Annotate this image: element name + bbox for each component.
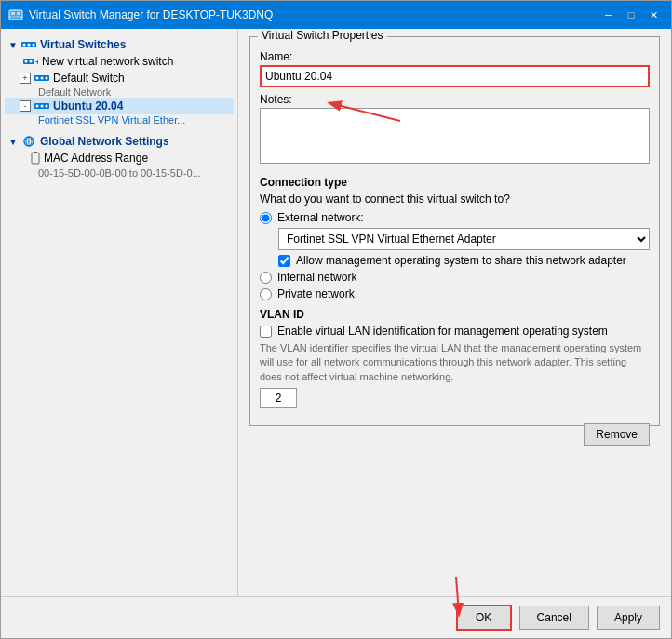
group-title: Virtual Switch Properties: [258, 29, 387, 42]
content-area: ▼ Virtual Switches + New virtual networ: [1, 29, 671, 596]
svg-point-9: [25, 60, 28, 63]
svg-point-17: [36, 105, 39, 108]
svg-rect-1: [11, 12, 15, 15]
vlan-enable-label: Enable virtual LAN identification for ma…: [277, 325, 608, 338]
vlan-enable-checkbox[interactable]: [260, 326, 272, 338]
close-button[interactable]: ✕: [643, 5, 664, 25]
new-switch-icon: +: [23, 56, 38, 67]
svg-rect-23: [32, 153, 39, 164]
external-network-label: External network:: [277, 211, 364, 224]
new-virtual-network-label: New virtual network switch: [42, 55, 173, 68]
default-switch-icon: [34, 73, 49, 84]
maximize-button[interactable]: □: [621, 5, 641, 25]
svg-rect-2: [17, 12, 20, 15]
vlan-title: VLAN ID: [260, 308, 650, 321]
allow-management-label: Allow management operating system to sha…: [296, 254, 626, 267]
virtual-switch-properties-group: Virtual Switch Properties Name: Notes: C…: [249, 36, 660, 426]
bottom-bar: OK Cancel Apply: [1, 596, 671, 638]
minimize-button[interactable]: ─: [598, 5, 619, 25]
notes-label: Notes:: [260, 93, 650, 106]
apply-button[interactable]: Apply: [597, 606, 660, 630]
private-network-radio-row: Private network: [260, 287, 650, 300]
global-settings-label: Global Network Settings: [40, 135, 169, 148]
connection-type-subtitle: What do you want to connect this virtual…: [260, 193, 650, 206]
default-switch-sub: Default Network: [5, 87, 234, 98]
svg-point-18: [41, 105, 44, 108]
remove-button[interactable]: Remove: [584, 423, 650, 446]
ok-button[interactable]: OK: [456, 605, 512, 631]
vlan-description: The VLAN identifier specifies the virtua…: [260, 341, 650, 384]
private-network-radio[interactable]: [260, 288, 272, 300]
internal-network-label: Internal network: [277, 271, 356, 284]
app-icon: [8, 7, 23, 22]
title-bar-left: Virtual Switch Manager for DESKTOP-TUK3D…: [8, 7, 273, 22]
vlan-enable-row: Enable virtual LAN identification for ma…: [260, 325, 650, 338]
adapter-dropdown[interactable]: Fortinet SSL VPN Virtual Ethernet Adapte…: [278, 228, 650, 250]
global-settings-header[interactable]: ▼ Global Network Settings: [5, 131, 234, 150]
global-expand-arrow: ▼: [8, 137, 18, 147]
title-bar: Virtual Switch Manager for DESKTOP-TUK3D…: [1, 1, 671, 29]
window-title: Virtual Switch Manager for DESKTOP-TUK3D…: [29, 8, 273, 21]
cancel-button[interactable]: Cancel: [519, 606, 589, 630]
allow-management-checkbox[interactable]: [278, 255, 290, 267]
left-panel: ▼ Virtual Switches + New virtual networ: [1, 29, 238, 596]
right-panel: Virtual Switch Properties Name: Notes: C…: [238, 29, 671, 596]
vlan-value-input[interactable]: [260, 388, 297, 408]
internal-network-radio[interactable]: [260, 272, 272, 284]
svg-point-13: [36, 77, 39, 80]
default-switch-expand-icon[interactable]: +: [20, 73, 31, 84]
svg-rect-24: [34, 152, 37, 153]
vlan-section: VLAN ID Enable virtual LAN identificatio…: [260, 308, 650, 408]
ubuntu-switch-item[interactable]: - Ubuntu 20.04: [5, 98, 234, 114]
global-settings-icon: [21, 136, 36, 147]
external-network-radio[interactable]: [260, 212, 272, 224]
ubuntu-switch-icon: [34, 100, 49, 112]
virtual-switches-header[interactable]: ▼ Virtual Switches: [5, 36, 234, 53]
svg-point-15: [46, 77, 48, 80]
external-network-radio-row: External network:: [260, 211, 650, 224]
mac-address-item[interactable]: MAC Address Range: [5, 150, 234, 166]
allow-management-checkbox-row: Allow management operating system to sha…: [278, 254, 650, 267]
mac-icon: [31, 152, 40, 165]
expand-arrow-icon: ▼: [8, 40, 18, 50]
ubuntu-expand-icon[interactable]: -: [20, 100, 31, 112]
virtual-switches-label: Virtual Switches: [40, 38, 126, 51]
title-bar-controls: ─ □ ✕: [598, 5, 664, 25]
internal-network-radio-row: Internal network: [260, 271, 650, 284]
virtual-switches-icon: [21, 39, 36, 50]
mac-sub: 00-15-5D-00-0B-00 to 00-15-5D-0...: [5, 166, 234, 180]
connection-type-title: Connection type: [260, 176, 650, 189]
notes-textarea[interactable]: [260, 108, 650, 164]
svg-point-6: [27, 44, 30, 47]
svg-text:+: +: [35, 58, 38, 67]
new-virtual-network-item[interactable]: + New virtual network switch: [5, 53, 234, 70]
private-network-label: Private network: [277, 287, 355, 300]
svg-point-10: [30, 60, 33, 63]
mac-label: MAC Address Range: [44, 152, 148, 165]
svg-point-5: [22, 44, 25, 47]
name-label: Name:: [260, 50, 650, 63]
adapter-dropdown-row: Fortinet SSL VPN Virtual Ethernet Adapte…: [278, 228, 650, 250]
name-input[interactable]: [260, 65, 650, 87]
ubuntu-switch-sub: Fortinet SSL VPN Virtual Ether...: [5, 114, 234, 126]
default-switch-label: Default Switch: [53, 72, 125, 85]
main-window: Virtual Switch Manager for DESKTOP-TUK3D…: [0, 0, 672, 639]
svg-point-7: [32, 44, 34, 47]
svg-point-19: [46, 105, 48, 108]
ubuntu-switch-label: Ubuntu 20.04: [53, 100, 123, 113]
default-switch-item[interactable]: + Default Switch: [5, 70, 234, 87]
svg-point-14: [41, 77, 44, 80]
